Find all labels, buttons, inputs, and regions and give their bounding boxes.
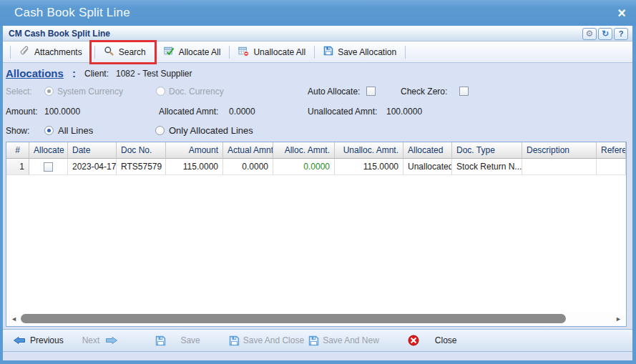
col-header-description[interactable]: Description (522, 142, 597, 159)
close-circle-icon (408, 335, 419, 346)
col-header-date[interactable]: Date (68, 142, 117, 159)
all-lines-label: All Lines (58, 124, 93, 138)
doc-currency-radio (156, 87, 165, 96)
alloc-amnt-cell: 0.0000 (273, 159, 335, 175)
col-header-num[interactable]: # (6, 142, 29, 159)
window-title: Cash Book Split Line (14, 6, 617, 20)
allocations-colon: : (72, 66, 76, 82)
select-label: Select: (6, 84, 32, 99)
toolbar-separator (314, 46, 315, 59)
panel-title: CM Cash Book Split Line (9, 29, 582, 39)
date-cell: 2023-04-17 (68, 159, 117, 175)
col-header-alloc-amnt[interactable]: Alloc. Amnt. (273, 142, 335, 159)
save-icon (323, 46, 333, 58)
save-label: Save (180, 335, 200, 345)
search-icon (104, 46, 114, 59)
unallocate-all-button[interactable]: Unallocate All (233, 46, 311, 59)
table-row[interactable]: 1 2023-04-17 RTS57579 115.0000 0.0000 0.… (6, 159, 626, 175)
save-and-close-button: Save And Close (229, 335, 304, 346)
all-lines-radio[interactable] (44, 126, 54, 135)
unalloc-amnt-cell: 115.0000 (335, 159, 403, 175)
unallocate-all-label: Unallocate All (253, 47, 305, 57)
scroll-right-icon[interactable]: ► (615, 315, 622, 323)
bottom-margin (3, 352, 632, 360)
next-label: Next (82, 335, 100, 345)
row-allocate-checkbox[interactable] (44, 162, 53, 172)
show-label: Show: (6, 124, 29, 138)
col-header-unalloc-amnt[interactable]: Unalloc. Amnt. (335, 142, 403, 159)
attachments-label: Attachments (34, 47, 82, 57)
allocate-all-button[interactable]: Allocate All (158, 46, 227, 59)
col-header-amount[interactable]: Amount (166, 142, 223, 159)
allocations-panel: Allocations : Client: 1082 - Test Suppli… (3, 64, 632, 142)
toolbar: Attachments Search Allocate All (3, 41, 632, 63)
allocations-link[interactable]: Allocations (6, 66, 64, 82)
only-allocated-lines-radio[interactable] (155, 126, 165, 135)
check-zero-checkbox[interactable] (459, 87, 469, 96)
save-and-new-button: Save And New (308, 335, 379, 346)
dialog-window: Cash Book Split Line × CM Cash Book Spli… (0, 0, 636, 364)
save-and-close-label: Save And Close (243, 335, 304, 345)
description-cell (522, 159, 597, 175)
col-header-doc-no[interactable]: Doc No. (117, 142, 166, 159)
refresh-icon: ↻ (602, 29, 609, 38)
previous-button[interactable]: Previous (13, 335, 64, 345)
close-icon[interactable]: × (617, 6, 626, 20)
next-arrow-icon (105, 335, 118, 345)
toolbar-separator (10, 46, 11, 59)
scrollbar-thumb[interactable] (21, 314, 566, 323)
client-value: 1082 - Test Supplier (116, 67, 192, 81)
allocated-amnt-value: 0.0000 (229, 104, 255, 119)
save-and-close-floppy-icon (229, 335, 240, 346)
refresh-button[interactable]: ↻ (598, 28, 612, 40)
doc-currency-label: Doc. Currency (169, 84, 224, 99)
search-highlight-frame: Search (89, 40, 157, 64)
gear-icon: ⚙ (586, 29, 594, 38)
save-allocation-label: Save Allocation (338, 47, 396, 57)
col-header-reference[interactable]: Reference (597, 142, 626, 159)
toolbar-separator (94, 46, 95, 59)
system-currency-radio (44, 87, 54, 96)
scroll-left-icon[interactable]: ◄ (11, 315, 17, 323)
col-header-allocate[interactable]: Allocate (29, 142, 68, 159)
save-allocation-button[interactable]: Save Allocation (318, 46, 402, 58)
attachments-button[interactable]: Attachments (14, 46, 88, 59)
allocate-all-label: Allocate All (179, 47, 221, 57)
amount-label: Amount: (6, 104, 38, 119)
horizontal-scrollbar[interactable]: ◄ ► (6, 312, 626, 326)
help-button[interactable]: ? (614, 28, 628, 40)
check-zero-label: Check Zero: (401, 84, 447, 99)
save-floppy-icon (155, 335, 166, 346)
amount-value: 100.0000 (44, 104, 80, 119)
allocate-cell (29, 159, 68, 175)
col-header-doc-type[interactable]: Doc. Type (452, 142, 522, 159)
paperclip-icon (19, 46, 30, 59)
client-label: Client: (84, 67, 109, 81)
doc-type-cell: Stock Return N... (452, 159, 522, 175)
doc-no-cell: RTS57579 (117, 159, 166, 175)
next-button: Next (82, 335, 119, 345)
titlebar: Cash Book Split Line × (0, 0, 636, 26)
only-allocated-lines-label: Only Allocated Lines (169, 124, 253, 138)
close-button[interactable]: Close (408, 335, 457, 346)
save-and-new-label: Save And New (323, 335, 379, 345)
panel-header-buttons: ⚙ ↻ ? (582, 28, 628, 40)
search-button[interactable]: Search (98, 46, 152, 59)
auto-allocate-checkbox[interactable] (366, 87, 376, 96)
amount-cell: 115.0000 (166, 159, 223, 175)
unallocated-amnt-value: 100.0000 (386, 104, 422, 119)
help-icon: ? (619, 30, 624, 38)
system-currency-label: System Currency (57, 84, 123, 99)
save-button: Save (155, 335, 200, 346)
reference-cell (597, 159, 626, 175)
allocated-cell: Unallocated (403, 159, 452, 175)
table-header-row: # Allocate Date Doc No. Amount Actual Am… (6, 142, 626, 159)
unallocate-all-icon (238, 46, 249, 59)
allocate-all-icon (164, 46, 175, 59)
col-header-allocated[interactable]: Allocated (403, 142, 452, 159)
settings-button[interactable]: ⚙ (582, 28, 597, 40)
col-header-actual-amnt[interactable]: Actual Amnt. (223, 142, 273, 159)
allocated-amnt-label: Allocated Amnt: (159, 104, 218, 119)
allocation-table: # Allocate Date Doc No. Amount Actual Am… (6, 142, 627, 327)
previous-arrow-icon (13, 335, 26, 345)
